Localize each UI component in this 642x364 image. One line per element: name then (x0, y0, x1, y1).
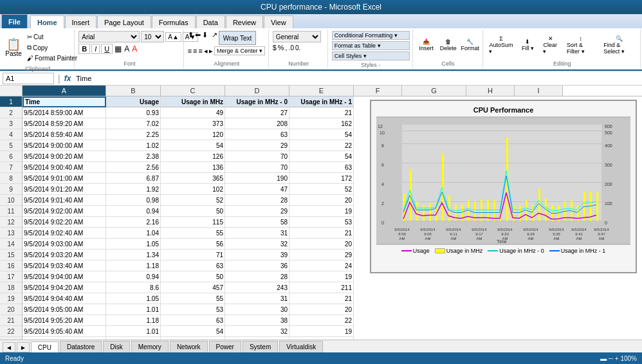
cell-r6-c3[interactable]: 126 (161, 151, 225, 162)
sheet-tab-disk[interactable]: Disk (103, 341, 129, 352)
formulas-tab[interactable]: Formulas (152, 15, 196, 28)
cell-r20-c3[interactable]: 53 (161, 304, 225, 315)
row-num-18[interactable]: 18 (0, 282, 22, 293)
sheet-tab-cpu[interactable]: CPU (31, 341, 59, 353)
cell-r3-c4[interactable]: 208 (225, 118, 289, 129)
cell-r4-c4[interactable]: 63 (225, 129, 289, 140)
cell-r15-c4[interactable]: 39 (225, 250, 289, 260)
row-num-10[interactable]: 10 (0, 195, 22, 206)
cell-r16-c1[interactable]: 9/5/2014 9:03:40 AM (23, 260, 106, 271)
cell-r5-c4[interactable]: 29 (225, 140, 289, 151)
col-header-g[interactable]: G (402, 86, 466, 96)
cell-r19-c3[interactable]: 55 (161, 293, 225, 304)
row-num-12[interactable]: 12 (0, 217, 22, 228)
row-num-14[interactable]: 14 (0, 239, 22, 250)
cell-r16-c2[interactable]: 1.18 (106, 260, 161, 271)
cell-r3-c5[interactable]: 162 (289, 118, 354, 129)
view-tab[interactable]: View (264, 15, 293, 28)
cell-r14-c2[interactable]: 1.05 (106, 239, 161, 250)
sheet-tab-memory[interactable]: Memory (131, 341, 169, 352)
insert-tab[interactable]: Insert (65, 15, 97, 28)
find-select-button[interactable]: 🔍 Find & Select ▾ (600, 33, 637, 57)
cell-r1-c3[interactable]: Usage in MHz (161, 96, 225, 107)
cell-r14-c4[interactable]: 32 (225, 239, 289, 250)
row-num-22[interactable]: 22 (0, 326, 22, 337)
cell-r15-c5[interactable]: 29 (289, 250, 354, 260)
formula-input[interactable] (73, 74, 639, 83)
cell-r22-c2[interactable]: 1.01 (106, 326, 161, 337)
cell-r6-c5[interactable]: 54 (289, 151, 354, 162)
row-num-16[interactable]: 16 (0, 260, 22, 271)
cell-r19-c5[interactable]: 21 (289, 293, 354, 304)
cell-r17-c3[interactable]: 50 (161, 271, 225, 282)
sheet-nav-next[interactable]: ► (17, 342, 30, 352)
cell-r17-c2[interactable]: 0.94 (106, 271, 161, 282)
bold-button[interactable]: B (78, 44, 90, 54)
row-num-13[interactable]: 13 (0, 228, 22, 239)
cell-r13-c3[interactable]: 55 (161, 228, 225, 239)
cell-r22-c3[interactable]: 54 (161, 326, 225, 337)
row-num-7[interactable]: 7 (0, 162, 22, 173)
cell-r19-c1[interactable]: 9/5/2014 9:04:40 AM (23, 293, 106, 304)
cell-r13-c4[interactable]: 31 (225, 228, 289, 239)
cell-r14-c5[interactable]: 20 (289, 239, 354, 250)
sort-filter-button[interactable]: ↕ Sort & Filter ▾ (564, 33, 598, 57)
cell-r19-c2[interactable]: 1.05 (106, 293, 161, 304)
cell-r18-c5[interactable]: 211 (289, 282, 354, 293)
conditional-formatting-button[interactable]: Conditional Formatting ▾ (332, 31, 410, 40)
col-header-h[interactable]: H (466, 86, 515, 96)
sheet-tab-network[interactable]: Network (170, 341, 208, 352)
cell-r2-c4[interactable]: 27 (225, 107, 289, 118)
wrap-text-button[interactable]: Wrap Text (219, 31, 257, 45)
cell-r12-c4[interactable]: 58 (225, 217, 289, 228)
cell-r12-c3[interactable]: 115 (161, 217, 225, 228)
cell-r22-c5[interactable]: 19 (289, 326, 354, 337)
cell-r6-c1[interactable]: 9/5/2014 9:00:20 AM (23, 151, 106, 162)
cell-r10-c3[interactable]: 52 (161, 195, 225, 206)
cell-r7-c3[interactable]: 136 (161, 162, 225, 173)
cut-button[interactable]: ✂ Cut (24, 32, 80, 42)
cell-r20-c5[interactable]: 20 (289, 304, 354, 315)
cell-r15-c3[interactable]: 71 (161, 250, 225, 260)
row-num-1[interactable]: 1 (0, 96, 22, 107)
cell-r2-c2[interactable]: 0.93 (106, 107, 161, 118)
cell-r9-c2[interactable]: 1.92 (106, 184, 161, 195)
cell-r9-c1[interactable]: 9/5/2014 9:01:20 AM (23, 184, 106, 195)
cell-styles-button[interactable]: Cell Styles ▾ (332, 51, 410, 60)
row-num-6[interactable]: 6 (0, 151, 22, 162)
sheet-tab-power[interactable]: Power (209, 341, 241, 352)
cell-r8-c3[interactable]: 365 (161, 173, 225, 184)
delete-button[interactable]: 🗑 Delete (439, 37, 458, 53)
chart-container[interactable]: CPU Performance 0 2 4 6 8 10 12 0 100 20… (370, 100, 637, 273)
page-layout-tab[interactable]: Page Layout (97, 15, 151, 28)
cell-r17-c5[interactable]: 19 (289, 271, 354, 282)
row-num-4[interactable]: 4 (0, 129, 22, 140)
cell-r11-c4[interactable]: 29 (225, 206, 289, 217)
font-name-select[interactable]: Arial (78, 31, 140, 42)
row-num-19[interactable]: 19 (0, 293, 22, 304)
fill-button[interactable]: ⬇ Fill ▾ (518, 37, 537, 53)
cell-r10-c1[interactable]: 9/5/2014 9:01:40 AM (23, 195, 106, 206)
cell-r22-c4[interactable]: 32 (225, 326, 289, 337)
row-num-9[interactable]: 9 (0, 184, 22, 195)
cell-r12-c1[interactable]: 9/5/2014 9:02:20 AM (23, 217, 106, 228)
cell-r22-c1[interactable]: 9/5/2014 9:05:40 AM (23, 326, 106, 337)
cell-r19-c4[interactable]: 31 (225, 293, 289, 304)
cell-r20-c1[interactable]: 9/5/2014 9:05:00 AM (23, 304, 106, 315)
row-num-20[interactable]: 20 (0, 304, 22, 315)
copy-button[interactable]: ⧉ Copy (24, 42, 80, 53)
cell-r11-c1[interactable]: 9/5/2014 9:02:00 AM (23, 206, 106, 217)
cell-r1-c2[interactable]: Usage (106, 96, 161, 107)
row-num-2[interactable]: 2 (0, 107, 22, 118)
row-num-21[interactable]: 21 (0, 315, 22, 326)
cell-r17-c4[interactable]: 28 (225, 271, 289, 282)
sheet-tab-system[interactable]: System (243, 341, 278, 352)
row-num-15[interactable]: 15 (0, 250, 22, 260)
cell-r10-c5[interactable]: 20 (289, 195, 354, 206)
cell-r7-c5[interactable]: 63 (289, 162, 354, 173)
cell-r9-c4[interactable]: 47 (225, 184, 289, 195)
cell-r12-c2[interactable]: 2.16 (106, 217, 161, 228)
row-num-17[interactable]: 17 (0, 271, 22, 282)
cell-r1-c1[interactable]: Time (23, 96, 106, 107)
cell-r12-c5[interactable]: 53 (289, 217, 354, 228)
